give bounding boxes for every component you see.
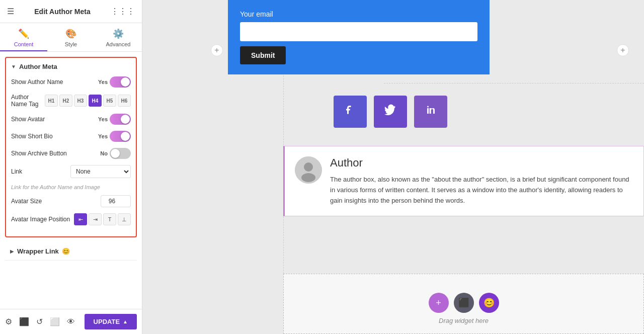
author-description: The author box, also known as the "about… — [330, 175, 633, 206]
left-panel: ☰ Edit Author Meta ⋮⋮⋮ ✏️ Content 🎨 Styl… — [0, 0, 142, 334]
position-group: ⇤ ⇥ T ⊥ — [74, 213, 131, 225]
show-avatar-toggle-wrap: Yes — [98, 114, 131, 125]
author-meta-chevron: ▼ — [11, 64, 16, 69]
avatar-size-label: Avatar Size — [11, 198, 101, 205]
update-button[interactable]: UPDATE ▲ — [85, 314, 137, 329]
author-info: Author The author box, also known as the… — [330, 156, 633, 206]
show-archive-button-label: Show Archive Button — [11, 150, 100, 157]
tab-style[interactable]: 🎨 Style — [47, 23, 95, 51]
show-avatar-toggle[interactable] — [110, 114, 131, 125]
drag-add-button[interactable]: + — [429, 293, 449, 313]
avatar-size-row: Avatar Size — [11, 195, 131, 207]
author-meta-section: ▼ Author Meta Show Author Name Yes Autho… — [5, 57, 137, 237]
author-name-tag-label: Author Name Tag — [11, 94, 45, 108]
tag-group: H1 H2 H3 H4 H5 H6 — [45, 95, 131, 107]
show-avatar-value: Yes — [98, 116, 108, 122]
show-short-bio-row: Show Short Bio Yes — [11, 131, 131, 142]
author-box: Author The author box, also known as the… — [283, 146, 644, 216]
toggle-knob-bio — [121, 132, 130, 141]
linkedin-icon — [424, 103, 438, 121]
drag-widget-area: + ⬛ 😊 Drag widget here — [283, 274, 644, 334]
toggle-knob-archive — [111, 149, 120, 158]
tab-content[interactable]: ✏️ Content — [0, 23, 47, 51]
avatar-position-row: Avatar Image Position ⇤ ⇥ T ⊥ — [11, 213, 131, 225]
advanced-tab-icon: ⚙️ — [113, 28, 124, 39]
layers-icon[interactable]: ⬛ — [19, 317, 29, 326]
style-tab-icon: 🎨 — [65, 28, 76, 39]
show-archive-value: No — [100, 150, 108, 156]
show-archive-toggle-wrap: No — [100, 148, 131, 159]
email-input[interactable] — [240, 22, 477, 41]
linkedin-button[interactable] — [414, 96, 447, 128]
svg-point-2 — [301, 173, 315, 182]
toggle-knob-avatar — [121, 115, 130, 124]
wrapper-link-section: ▶ Wrapper Link 😊 — [5, 242, 137, 261]
author-name: Author — [330, 156, 633, 170]
pos-right[interactable]: ⇥ — [89, 213, 102, 225]
eye-icon[interactable]: 👁 — [67, 317, 75, 326]
add-btn-top-right[interactable]: + — [617, 44, 629, 56]
show-author-name-value: Yes — [98, 79, 108, 85]
link-hint: Link for the Author Name and Image — [11, 184, 131, 190]
content-tab-icon: ✏️ — [18, 28, 29, 39]
content-tab-label: Content — [14, 41, 34, 47]
avatar-position-label: Avatar Image Position — [11, 216, 74, 223]
tag-h6[interactable]: H6 — [118, 95, 131, 107]
show-avatar-label: Show Avatar — [11, 116, 98, 123]
social-row — [334, 96, 447, 128]
toggle-knob — [121, 77, 130, 87]
tag-h4[interactable]: H4 — [89, 95, 102, 107]
tag-h3[interactable]: H3 — [74, 95, 87, 107]
drag-buttons: + ⬛ 😊 — [429, 293, 499, 313]
twitter-button[interactable] — [374, 96, 407, 128]
link-label: Link — [11, 168, 70, 175]
panel-header: ☰ Edit Author Meta ⋮⋮⋮ — [0, 0, 142, 23]
drag-emoji-button[interactable]: 😊 — [479, 293, 499, 313]
responsive-icon[interactable]: ⬜ — [50, 317, 60, 326]
avatar-size-input[interactable] — [101, 195, 131, 207]
facebook-button[interactable] — [334, 96, 367, 128]
show-archive-button-row: Show Archive Button No — [11, 148, 131, 159]
pos-top[interactable]: T — [103, 213, 116, 225]
bottom-toolbar: ⚙ ⬛ ↺ ⬜ 👁 UPDATE ▲ — [0, 309, 142, 334]
pos-bottom[interactable]: ⊥ — [118, 213, 131, 225]
tab-advanced[interactable]: ⚙️ Advanced — [95, 23, 142, 51]
grid-icon[interactable]: ⋮⋮⋮ — [111, 7, 135, 16]
show-short-bio-toggle[interactable] — [110, 131, 131, 142]
tabs: ✏️ Content 🎨 Style ⚙️ Advanced — [0, 23, 142, 52]
panel-title: Edit Author Meta — [34, 8, 90, 16]
author-meta-header[interactable]: ▼ Author Meta — [11, 63, 131, 70]
tag-h2[interactable]: H2 — [59, 95, 72, 107]
h-divider — [384, 83, 644, 84]
add-btn-top-left[interactable]: + — [211, 44, 223, 56]
drag-text: Drag widget here — [439, 317, 489, 324]
show-author-name-toggle[interactable] — [110, 76, 131, 88]
author-name-tag-row: Author Name Tag H1 H2 H3 H4 H5 H6 — [11, 94, 131, 108]
wrapper-chevron: ▶ — [10, 248, 14, 254]
link-row: Link None Author URL Custom URL — [11, 165, 131, 178]
show-avatar-row: Show Avatar Yes — [11, 114, 131, 125]
show-short-bio-label: Show Short Bio — [11, 133, 98, 140]
pos-left[interactable]: ⇤ — [74, 213, 87, 225]
submit-button[interactable]: Submit — [240, 46, 286, 64]
author-meta-title: Author Meta — [19, 63, 57, 70]
drag-folder-button[interactable]: ⬛ — [454, 293, 474, 313]
email-label: Your email — [240, 10, 477, 18]
tag-h5[interactable]: H5 — [103, 95, 116, 107]
show-short-bio-value: Yes — [98, 133, 108, 139]
history-icon[interactable]: ↺ — [36, 317, 43, 326]
link-select[interactable]: None Author URL Custom URL — [70, 165, 131, 178]
link-select-wrap: None Author URL Custom URL — [70, 165, 131, 178]
twitter-icon — [383, 103, 397, 121]
show-author-name-row: Show Author Name Yes — [11, 76, 131, 88]
style-tab-label: Style — [65, 41, 77, 47]
show-author-name-toggle-wrap: Yes — [98, 76, 131, 88]
update-chevron: ▲ — [123, 319, 128, 324]
settings-icon[interactable]: ⚙ — [5, 317, 12, 326]
hamburger-icon[interactable]: ☰ — [7, 7, 14, 16]
tag-h1[interactable]: H1 — [45, 95, 58, 107]
show-author-name-label: Show Author Name — [11, 78, 98, 86]
wrapper-link-header[interactable]: ▶ Wrapper Link 😊 — [10, 247, 132, 255]
show-archive-toggle[interactable] — [110, 148, 131, 159]
author-avatar — [295, 156, 322, 184]
